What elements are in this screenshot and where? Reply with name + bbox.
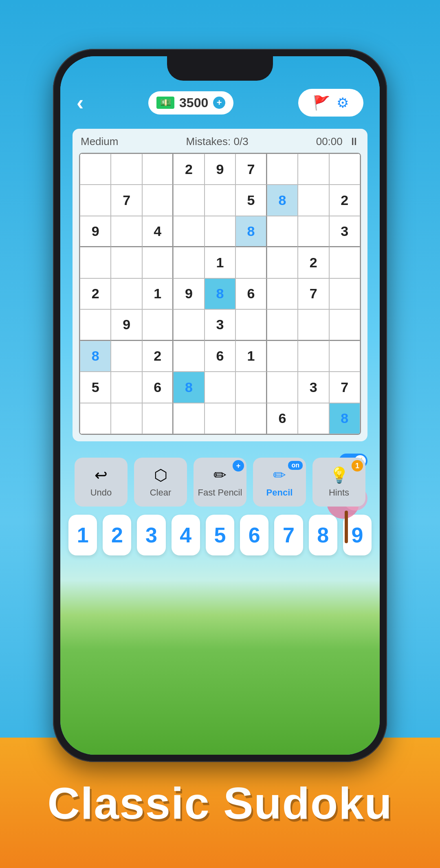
cell-2-1[interactable] (111, 216, 142, 247)
cell-6-3[interactable] (173, 341, 204, 372)
cell-7-2[interactable]: 6 (142, 372, 173, 403)
cell-0-8[interactable] (329, 154, 360, 185)
mistakes-label: Mistakes: 0/3 (186, 135, 249, 148)
cell-0-2[interactable] (142, 154, 173, 185)
num-btn-1[interactable]: 1 (68, 515, 97, 555)
cell-0-1[interactable] (111, 154, 142, 185)
cell-4-7[interactable]: 7 (298, 278, 329, 309)
cell-2-2[interactable]: 4 (142, 216, 173, 247)
flag-settings-button[interactable]: 🚩 ⚙ (298, 89, 363, 117)
cell-6-5[interactable]: 1 (235, 341, 266, 372)
cell-3-5[interactable] (235, 247, 266, 278)
cell-1-7[interactable] (298, 185, 329, 216)
cell-1-4[interactable] (205, 185, 235, 216)
cell-7-0[interactable]: 5 (80, 372, 111, 403)
cell-0-5[interactable]: 7 (235, 154, 266, 185)
cell-4-4[interactable]: 8 (205, 278, 235, 309)
cell-8-1[interactable] (111, 403, 142, 434)
cell-5-5[interactable] (235, 309, 266, 340)
num-btn-6[interactable]: 6 (240, 515, 268, 555)
cell-0-7[interactable] (298, 154, 329, 185)
cell-4-3[interactable]: 9 (173, 278, 204, 309)
cell-8-7[interactable] (298, 403, 329, 434)
cell-4-8[interactable] (329, 278, 360, 309)
cell-1-5[interactable]: 5 (235, 185, 266, 216)
cell-0-4[interactable]: 9 (205, 154, 235, 185)
cell-8-8[interactable]: 8 (329, 403, 360, 434)
cell-0-6[interactable] (267, 154, 298, 185)
cell-5-1[interactable]: 9 (111, 309, 142, 340)
cell-0-0[interactable] (80, 154, 111, 185)
cell-3-8[interactable] (329, 247, 360, 278)
cell-1-8[interactable]: 2 (329, 185, 360, 216)
cell-2-4[interactable] (205, 216, 235, 247)
cell-5-4[interactable]: 3 (205, 309, 235, 340)
back-button[interactable]: ‹ (77, 90, 84, 115)
num-btn-2[interactable]: 2 (103, 515, 131, 555)
cell-6-2[interactable]: 2 (142, 341, 173, 372)
cell-5-3[interactable] (173, 309, 204, 340)
cell-1-2[interactable] (142, 185, 173, 216)
cell-8-5[interactable] (235, 403, 266, 434)
cell-8-3[interactable] (173, 403, 204, 434)
cell-8-0[interactable] (80, 403, 111, 434)
cell-6-7[interactable] (298, 341, 329, 372)
cell-4-1[interactable] (111, 278, 142, 309)
cell-3-2[interactable] (142, 247, 173, 278)
cell-2-6[interactable] (267, 216, 298, 247)
cell-5-0[interactable] (80, 309, 111, 340)
cell-5-8[interactable] (329, 309, 360, 340)
cell-7-8[interactable]: 7 (329, 372, 360, 403)
cell-6-1[interactable] (111, 341, 142, 372)
cell-1-6[interactable]: 8 (267, 185, 298, 216)
cell-3-4[interactable]: 1 (205, 247, 235, 278)
cell-8-4[interactable] (205, 403, 235, 434)
cell-4-6[interactable] (267, 278, 298, 309)
cell-6-4[interactable]: 6 (205, 341, 235, 372)
pause-icon[interactable]: ⏸ (349, 135, 359, 148)
cell-7-1[interactable] (111, 372, 142, 403)
undo-button[interactable]: ↩ Undo (75, 458, 128, 507)
cell-3-1[interactable] (111, 247, 142, 278)
cell-4-5[interactable]: 6 (235, 278, 266, 309)
cell-2-7[interactable] (298, 216, 329, 247)
cell-2-0[interactable]: 9 (80, 216, 111, 247)
num-btn-8[interactable]: 8 (309, 515, 337, 555)
num-btn-7[interactable]: 7 (274, 515, 303, 555)
num-btn-4[interactable]: 4 (172, 515, 200, 555)
cell-5-2[interactable] (142, 309, 173, 340)
num-btn-5[interactable]: 5 (206, 515, 234, 555)
cell-8-2[interactable] (142, 403, 173, 434)
cell-3-7[interactable]: 2 (298, 247, 329, 278)
cell-5-6[interactable] (267, 309, 298, 340)
coin-plus-button[interactable]: + (213, 97, 225, 109)
cell-7-7[interactable]: 3 (298, 372, 329, 403)
cell-6-0[interactable]: 8 (80, 341, 111, 372)
clear-button[interactable]: ⬡ Clear (134, 458, 187, 507)
cell-4-2[interactable]: 1 (142, 278, 173, 309)
cell-8-6[interactable]: 6 (267, 403, 298, 434)
fast-pencil-button[interactable]: + ✏ Fast Pencil (194, 458, 246, 507)
cell-6-8[interactable] (329, 341, 360, 372)
cell-1-1[interactable]: 7 (111, 185, 142, 216)
cell-2-8[interactable]: 3 (329, 216, 360, 247)
cell-2-5[interactable]: 8 (235, 216, 266, 247)
cell-7-6[interactable] (267, 372, 298, 403)
cell-3-3[interactable] (173, 247, 204, 278)
cell-3-0[interactable] (80, 247, 111, 278)
hints-button[interactable]: 1 💡 Hints (312, 458, 365, 507)
pencil-button[interactable]: on ✏ Pencil (253, 458, 306, 507)
num-btn-3[interactable]: 3 (137, 515, 165, 555)
cell-7-4[interactable] (205, 372, 235, 403)
cell-1-0[interactable] (80, 185, 111, 216)
cell-2-3[interactable] (173, 216, 204, 247)
cell-1-3[interactable] (173, 185, 204, 216)
cell-7-3[interactable]: 8 (173, 372, 204, 403)
cell-5-7[interactable] (298, 309, 329, 340)
cell-4-0[interactable]: 2 (80, 278, 111, 309)
cell-0-3[interactable]: 2 (173, 154, 204, 185)
cell-3-6[interactable] (267, 247, 298, 278)
cell-6-6[interactable] (267, 341, 298, 372)
cell-7-5[interactable] (235, 372, 266, 403)
phone-frame: ‹ 💵 3500 + 🚩 ⚙ (53, 49, 387, 762)
